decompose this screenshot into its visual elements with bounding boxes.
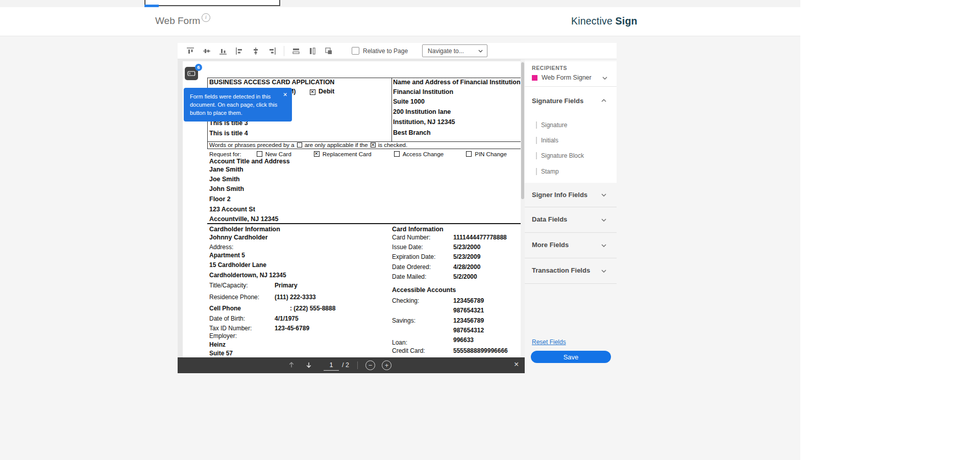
reset-fields-link[interactable]: Reset Fields xyxy=(532,338,566,346)
doc-card-label: Card Number: xyxy=(392,234,430,241)
doc-cardholder-name: Johnny Cardholder xyxy=(209,234,268,241)
save-button[interactable]: Save xyxy=(531,351,611,363)
app-window: Web Form i Kinective Sign Relative to Pa… xyxy=(0,0,800,460)
doc-employer-line: Heinz xyxy=(209,341,226,348)
chevron-down-icon xyxy=(601,219,606,222)
equal-height-icon[interactable] xyxy=(306,45,319,57)
align-vertical-center-icon[interactable] xyxy=(200,45,213,57)
brand-regular: Kinective xyxy=(571,15,612,27)
align-right-icon[interactable] xyxy=(265,45,279,57)
chevron-down-icon xyxy=(601,193,606,197)
doc-option-checkbox xyxy=(394,151,400,157)
page-total-label: / 2 xyxy=(342,361,349,369)
chevron-down-icon xyxy=(601,244,606,247)
doc-account-line: 123 Account St xyxy=(209,206,255,213)
navigate-dropdown[interactable]: Navigate to... xyxy=(422,44,487,57)
drag-handle xyxy=(536,168,537,175)
doc-account-line: Accountville, NJ 12345 xyxy=(209,215,278,223)
doc-detail-value: 4/1/1975 xyxy=(275,315,299,322)
section-transaction-fields[interactable]: Transaction Fields xyxy=(525,258,617,284)
doc-debit-label: Debit xyxy=(318,88,334,95)
equal-width-icon[interactable] xyxy=(289,45,303,57)
doc-detail-value: (111) 222-3333 xyxy=(275,294,316,301)
equal-size-icon[interactable] xyxy=(322,45,335,57)
field-item-signature-block[interactable]: Signature Block xyxy=(525,152,617,164)
field-item-initials[interactable]: Initials xyxy=(525,136,617,149)
doc-detail-label: Cell Phone xyxy=(209,305,241,312)
section-signature-fields[interactable]: Signature Fields xyxy=(532,97,583,105)
doc-institution-line: 200 Institution lane xyxy=(393,108,451,115)
field-item-label: Initials xyxy=(541,137,558,144)
chevron-down-icon xyxy=(602,77,607,80)
document-scrollbar[interactable] xyxy=(521,59,525,373)
scrollbar-thumb[interactable] xyxy=(521,62,524,199)
doc-section-divider xyxy=(207,223,521,224)
page-title: Web Form xyxy=(155,15,200,27)
doc-words-mid: are only applicable if the xyxy=(305,142,368,148)
page-navigation-bar: / 2 − + ✕ xyxy=(178,357,525,373)
doc-option-checkbox xyxy=(314,151,320,157)
doc-detail-value: : (222) 555-8888 xyxy=(290,305,335,312)
doc-title: BUSINESS ACCESS CARD APPLICATION xyxy=(209,79,334,86)
document-viewer: BUSINESS ACCESS CARD APPLICATION (ATM) D… xyxy=(178,59,525,373)
section-more-fields[interactable]: More Fields xyxy=(525,233,617,258)
zoom-out-icon[interactable]: − xyxy=(365,360,375,370)
doc-account-number-label: Credit Card: xyxy=(392,347,425,354)
relative-to-page-checkbox[interactable]: Relative to Page xyxy=(352,47,408,55)
field-item-label: Signature xyxy=(541,122,567,129)
detected-fields-count-badge: 6 xyxy=(195,64,202,71)
doc-card-label: Issue Date: xyxy=(392,244,423,251)
close-viewer-icon[interactable]: ✕ xyxy=(514,361,519,368)
field-item-signature[interactable]: Signature xyxy=(525,121,617,133)
doc-card-value: 5/23/2000 xyxy=(453,244,480,251)
align-top-icon[interactable] xyxy=(184,45,197,57)
doc-detail-label: Title/Capacity: xyxy=(209,282,248,289)
doc-institution-line: Financial Institution xyxy=(393,88,453,95)
checkbox-box[interactable] xyxy=(352,47,359,55)
chevron-up-icon[interactable] xyxy=(601,99,606,102)
zoom-in-icon[interactable]: + xyxy=(382,360,391,370)
doc-institution-line: Institution, NJ 12345 xyxy=(393,118,455,126)
doc-account-line: Jane Smith xyxy=(209,166,243,173)
align-horizontal-center-icon[interactable] xyxy=(249,45,262,57)
tooltip-close-icon[interactable]: ✕ xyxy=(283,92,287,98)
recipient-name: Web Form Signer xyxy=(542,74,592,81)
signature-fields-panel: Signature Fields Signature Initials Sign… xyxy=(525,87,617,183)
field-item-stamp[interactable]: Stamp xyxy=(525,167,617,180)
doc-unchecked-box-glyph xyxy=(297,142,302,148)
doc-employer-line: Suite 57 xyxy=(209,350,233,357)
page-number-input[interactable] xyxy=(324,360,339,371)
section-signer-info-fields[interactable]: Signer Info Fields xyxy=(525,183,617,207)
doc-address-line: 15 Cardholder Lane xyxy=(209,261,266,269)
doc-address-line: Apartment 5 xyxy=(209,252,245,259)
doc-account-number-label: Savings: xyxy=(392,317,415,324)
partial-overlay-box xyxy=(144,0,280,6)
doc-words-line: Words or phrases preceded by aare only a… xyxy=(209,142,407,148)
section-label: Data Fields xyxy=(532,215,567,223)
next-page-icon[interactable] xyxy=(305,361,312,371)
info-icon[interactable]: i xyxy=(202,13,210,22)
doc-table-column-border xyxy=(391,78,392,141)
doc-account-line: Floor 2 xyxy=(209,196,231,203)
doc-option-label: Replacement Card xyxy=(323,151,372,157)
align-bottom-icon[interactable] xyxy=(216,45,230,57)
drag-handle xyxy=(536,152,537,159)
recipient-selector[interactable]: Web Form Signer xyxy=(525,72,617,86)
doc-account-number-value: 123456789 xyxy=(453,297,484,304)
doc-account-line: Joe Smith xyxy=(209,176,240,183)
previous-page-icon[interactable] xyxy=(288,361,295,370)
doc-institution-line: Best Branch xyxy=(393,129,431,136)
recipients-heading: RECIPIENTS xyxy=(532,65,567,71)
section-data-fields[interactable]: Data Fields xyxy=(525,207,617,233)
doc-detail-label: Date of Birth: xyxy=(209,315,245,322)
top-strip xyxy=(0,0,800,7)
doc-words-post: is checked. xyxy=(378,142,408,148)
doc-detail-value: 123-45-6789 xyxy=(275,325,309,332)
align-left-icon[interactable] xyxy=(233,45,246,57)
doc-option-checkbox xyxy=(257,151,262,157)
field-item-label: Stamp xyxy=(541,168,559,175)
drag-handle xyxy=(536,122,537,129)
recipient-color-swatch xyxy=(532,75,537,81)
chevron-down-icon xyxy=(478,50,483,53)
tooltip-message: Form fields were detected in this docume… xyxy=(190,93,277,116)
